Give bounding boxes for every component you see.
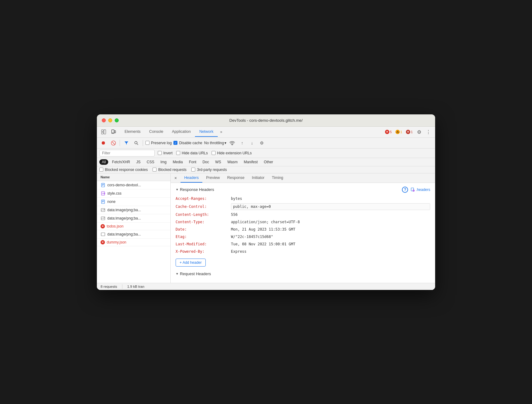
tab-preview[interactable]: Preview bbox=[202, 173, 223, 183]
doc-icon bbox=[101, 199, 105, 204]
maximize-button[interactable] bbox=[115, 118, 119, 122]
tab-initiator[interactable]: Initiator bbox=[248, 173, 268, 183]
type-btn-all[interactable]: All bbox=[99, 159, 108, 165]
type-btn-js[interactable]: JS bbox=[134, 159, 143, 165]
more-options-icon[interactable]: ⋮ bbox=[424, 128, 433, 136]
wifi-icon[interactable] bbox=[228, 139, 236, 147]
error-icon: ✕ bbox=[101, 240, 105, 244]
blocked-cookies-checkbox[interactable] bbox=[99, 168, 103, 172]
type-btn-manifest[interactable]: Manifest bbox=[241, 159, 260, 165]
type-btn-css[interactable]: CSS bbox=[144, 159, 157, 165]
other-count-badge: ✕ 1 bbox=[404, 129, 414, 135]
type-btn-wasm[interactable]: Wasm bbox=[225, 159, 240, 165]
type-btn-font[interactable]: Font bbox=[186, 159, 199, 165]
header-name: Date: bbox=[176, 227, 231, 232]
stop-recording-button[interactable]: ⏺ bbox=[99, 139, 107, 147]
close-details-button[interactable]: × bbox=[172, 174, 179, 182]
third-party-checkbox[interactable] bbox=[191, 168, 195, 172]
add-header-button[interactable]: + Add header bbox=[176, 259, 206, 267]
preserve-log-checkbox[interactable] bbox=[145, 141, 149, 145]
devtools-window: DevTools - cors-demo-devtools.glitch.me/ bbox=[97, 114, 435, 290]
headers-file-link[interactable]: .headers bbox=[411, 188, 430, 192]
file-name: style.css bbox=[107, 191, 121, 196]
blocked-requests-option[interactable]: Blocked requests bbox=[153, 168, 186, 172]
svg-line-26 bbox=[102, 218, 103, 219]
disable-cache-text: Disable cache bbox=[179, 141, 202, 145]
preserve-log-label[interactable]: Preserve log bbox=[145, 141, 172, 145]
network-toolbar: ⏺ 🚫 Preserve log Disable cache No thrott… bbox=[97, 138, 435, 149]
help-icon[interactable]: ? bbox=[402, 187, 408, 193]
invert-text: Invert bbox=[163, 151, 173, 155]
header-value: public, max-age=0 bbox=[231, 203, 430, 210]
throttle-select[interactable]: No throttling ▾ bbox=[204, 141, 227, 145]
section-actions: ? .headers bbox=[402, 187, 430, 193]
filter-icon[interactable] bbox=[122, 139, 130, 147]
other-icon: ✕ bbox=[406, 130, 410, 134]
disable-cache-checkbox[interactable] bbox=[173, 141, 177, 145]
header-value: Tue, 08 Nov 2022 15:00:01 GMT bbox=[231, 241, 430, 247]
type-btn-fetch-xhr[interactable]: Fetch/XHR bbox=[109, 159, 133, 165]
file-item-dummy[interactable]: ✕ dummy.json bbox=[97, 239, 170, 246]
type-btn-media[interactable]: Media bbox=[170, 159, 185, 165]
file-name: todos.json bbox=[107, 224, 124, 228]
hide-extension-urls-checkbox[interactable] bbox=[212, 151, 216, 155]
type-btn-other[interactable]: Other bbox=[261, 159, 276, 165]
network-settings-icon[interactable]: ⚙ bbox=[258, 139, 266, 147]
invert-checkbox[interactable] bbox=[158, 151, 162, 155]
tab-timing[interactable]: Timing bbox=[268, 173, 287, 183]
svg-line-7 bbox=[137, 144, 138, 145]
img-icon bbox=[101, 208, 105, 212]
third-party-text: 3rd-party requests bbox=[197, 168, 227, 172]
img-icon bbox=[101, 216, 105, 221]
file-item-img1[interactable]: data:image/png;ba... bbox=[97, 206, 170, 214]
download-icon[interactable]: ↓ bbox=[248, 139, 256, 147]
svg-line-21 bbox=[102, 210, 103, 210]
tab-elements[interactable]: Elements bbox=[120, 127, 145, 137]
hide-extension-urls-option[interactable]: Hide extension URLs bbox=[212, 151, 252, 155]
warning-count: 1 bbox=[400, 130, 402, 134]
header-value: 556 bbox=[231, 212, 430, 217]
blocked-requests-checkbox[interactable] bbox=[153, 168, 157, 172]
inspector-icon[interactable] bbox=[99, 128, 108, 136]
tab-application[interactable]: Application bbox=[168, 127, 195, 137]
devtools-body: Elements Console Application Network » ✕… bbox=[97, 127, 435, 290]
minimize-button[interactable] bbox=[108, 118, 112, 122]
error-count-badge: ✕ 5 bbox=[383, 129, 393, 135]
device-icon[interactable] bbox=[109, 128, 118, 136]
third-party-option[interactable]: 3rd-party requests bbox=[191, 168, 227, 172]
tab-headers[interactable]: Headers bbox=[181, 173, 202, 183]
tab-response[interactable]: Response bbox=[224, 173, 248, 183]
tab-network[interactable]: Network bbox=[195, 127, 218, 137]
type-btn-img[interactable]: Img bbox=[158, 159, 169, 165]
tab-console[interactable]: Console bbox=[145, 127, 168, 137]
file-item-img2[interactable]: data:image/png;ba... bbox=[97, 214, 170, 223]
invert-option[interactable]: Invert bbox=[158, 151, 173, 155]
headers-link-text[interactable]: .headers bbox=[416, 188, 430, 192]
header-name: Etag: bbox=[176, 234, 231, 240]
file-item-todos[interactable]: ✕ todos.json bbox=[97, 223, 170, 230]
settings-icon[interactable]: ⚙ bbox=[415, 128, 423, 136]
tab-more[interactable]: » bbox=[218, 127, 225, 137]
hide-data-urls-option[interactable]: Hide data URLs bbox=[176, 151, 208, 155]
header-name: Last-Modified: bbox=[176, 241, 231, 247]
search-icon[interactable] bbox=[132, 139, 140, 147]
upload-icon[interactable]: ↑ bbox=[238, 139, 246, 147]
hide-data-urls-checkbox[interactable] bbox=[176, 151, 180, 155]
traffic-lights bbox=[102, 118, 119, 122]
file-item-img3[interactable]: data:image/png;ba... bbox=[97, 230, 170, 239]
file-item-none[interactable]: none bbox=[97, 198, 170, 206]
clear-button[interactable]: 🚫 bbox=[109, 139, 117, 147]
type-btn-ws[interactable]: WS bbox=[213, 159, 224, 165]
transfer-size: 1.9 kB tran bbox=[127, 285, 145, 288]
type-btn-doc[interactable]: Doc bbox=[200, 159, 211, 165]
file-item-style[interactable]: CSS style.css bbox=[97, 189, 170, 198]
error-icon: ✕ bbox=[385, 130, 389, 134]
blocked-cookies-option[interactable]: Blocked response cookies bbox=[99, 168, 148, 172]
close-button[interactable] bbox=[102, 118, 106, 122]
filter-input[interactable] bbox=[99, 150, 155, 156]
file-item-cors[interactable]: cors-demo-devtool... bbox=[97, 181, 170, 189]
file-list-header: Name bbox=[97, 173, 170, 181]
header-x-powered-by: X-Powered-By: Express bbox=[176, 249, 430, 254]
svg-point-6 bbox=[135, 141, 137, 144]
disable-cache-label[interactable]: Disable cache bbox=[173, 141, 202, 145]
